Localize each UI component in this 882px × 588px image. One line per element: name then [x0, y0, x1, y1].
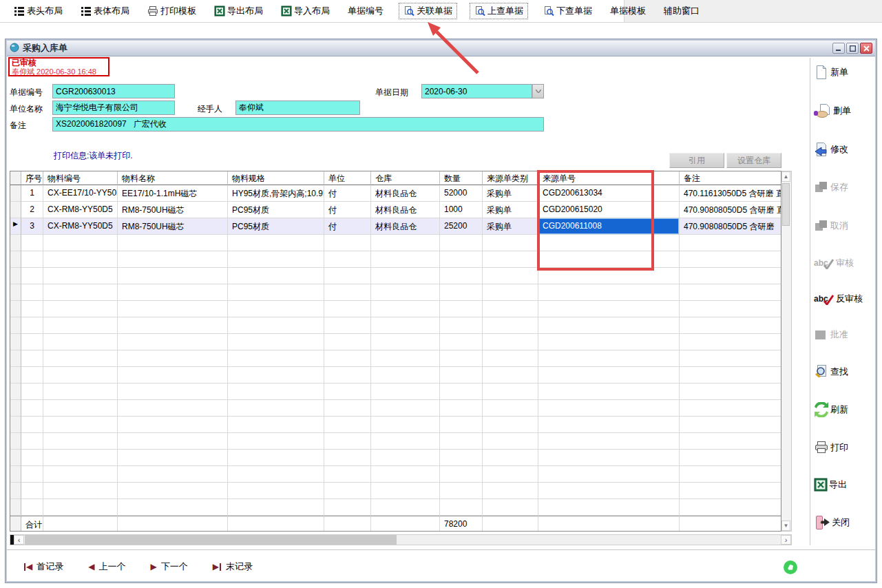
table-row-empty[interactable]: [10, 350, 781, 367]
toolbar-item-lookup-down[interactable]: 下查单据: [540, 3, 595, 19]
horizontal-scroll-thumb[interactable]: [25, 535, 397, 545]
table-cell[interactable]: [371, 301, 440, 317]
table-cell[interactable]: [43, 367, 118, 384]
scroll-left-icon[interactable]: ‹: [14, 535, 24, 545]
table-cell[interactable]: [228, 301, 324, 317]
window-titlebar[interactable]: 采购入库单: [7, 41, 875, 56]
table-cell[interactable]: [371, 235, 440, 251]
table-cell[interactable]: [118, 251, 228, 268]
table-cell[interactable]: [483, 466, 538, 483]
export-button[interactable]: 导出: [814, 478, 847, 492]
new-button[interactable]: 新单: [814, 65, 848, 80]
column-header[interactable]: 备注: [680, 171, 781, 185]
toolbar-item-export-layout[interactable]: 导出布局: [211, 3, 266, 19]
table-cell[interactable]: [21, 483, 43, 499]
table-cell[interactable]: [43, 384, 118, 400]
table-row-empty[interactable]: [10, 334, 781, 350]
scroll-up-icon[interactable]: ▲: [781, 171, 790, 182]
table-cell[interactable]: [538, 466, 680, 483]
find-button[interactable]: 查找: [814, 364, 848, 379]
close-button[interactable]: [860, 43, 872, 54]
toolbar-item-doc-number[interactable]: 单据编号: [345, 3, 386, 19]
table-cell[interactable]: 2: [21, 202, 43, 218]
nav-prev-record-button[interactable]: ◀上一个: [88, 560, 125, 573]
doc-date-dropdown-button[interactable]: [532, 84, 544, 98]
table-cell[interactable]: [324, 251, 371, 268]
table-cell[interactable]: [228, 350, 324, 367]
table-cell[interactable]: [538, 367, 680, 384]
table-cell[interactable]: [538, 235, 680, 251]
toolbar-item-body-layout[interactable]: 表体布局: [78, 3, 132, 19]
table-cell[interactable]: 付: [324, 185, 371, 202]
table-cell[interactable]: [43, 400, 118, 417]
table-cell[interactable]: [538, 384, 680, 400]
set-warehouse-button[interactable]: 设置仓库: [726, 153, 781, 168]
table-cell[interactable]: [680, 483, 781, 499]
table-cell[interactable]: [21, 251, 43, 268]
table-row-empty[interactable]: [10, 367, 781, 384]
table-cell[interactable]: [440, 417, 483, 433]
table-cell[interactable]: [21, 334, 43, 350]
table-cell[interactable]: [324, 450, 371, 466]
table-cell[interactable]: [680, 334, 781, 350]
table-cell[interactable]: [21, 499, 43, 516]
table-row-empty[interactable]: [10, 450, 781, 466]
table-cell[interactable]: [680, 350, 781, 367]
table-cell[interactable]: [440, 235, 483, 251]
table-cell[interactable]: [324, 400, 371, 417]
table-cell[interactable]: [483, 334, 538, 350]
table-cell[interactable]: [324, 301, 371, 317]
table-cell[interactable]: 材料良品仓: [371, 202, 440, 218]
table-cell[interactable]: [440, 317, 483, 334]
table-cell[interactable]: [538, 400, 680, 417]
table-cell[interactable]: 3: [21, 218, 43, 235]
table-row-empty[interactable]: [10, 384, 781, 400]
table-cell[interactable]: [324, 417, 371, 433]
table-cell[interactable]: [118, 367, 228, 384]
refresh-button[interactable]: 刷新: [814, 402, 848, 417]
table-cell[interactable]: [440, 268, 483, 284]
nav-first-record-button[interactable]: ◀首记录: [23, 560, 63, 573]
table-cell[interactable]: [440, 334, 483, 350]
delete-button[interactable]: 删单: [814, 103, 851, 118]
column-header[interactable]: 物料规格: [228, 171, 324, 185]
table-cell[interactable]: [43, 235, 118, 251]
column-header[interactable]: 来源单类别: [483, 171, 538, 185]
table-cell[interactable]: [118, 483, 228, 499]
table-cell[interactable]: [21, 301, 43, 317]
table-cell[interactable]: [440, 400, 483, 417]
toolbar-item-doc-template[interactable]: 单据模板: [607, 3, 649, 19]
doc-date-field[interactable]: [421, 84, 532, 98]
table-cell[interactable]: [43, 284, 118, 301]
table-cell[interactable]: [228, 251, 324, 268]
grid-horizontal-scrollbar[interactable]: ‹ ›: [10, 534, 792, 545]
table-cell[interactable]: [483, 499, 538, 516]
table-cell[interactable]: [118, 334, 228, 350]
table-cell[interactable]: [118, 317, 228, 334]
table-cell[interactable]: [228, 384, 324, 400]
table-cell[interactable]: [43, 350, 118, 367]
nav-last-record-button[interactable]: ▶末记录: [213, 560, 253, 573]
table-cell[interactable]: [440, 433, 483, 450]
table-cell[interactable]: 470.11613050D5 含研磨 直: [680, 185, 781, 202]
table-cell[interactable]: [371, 334, 440, 350]
column-header[interactable]: 仓库: [371, 171, 440, 185]
table-cell[interactable]: [228, 450, 324, 466]
table-row-empty[interactable]: [10, 268, 781, 284]
table-cell[interactable]: [680, 268, 781, 284]
toolbar-item-lookup-up[interactable]: 上查单据: [470, 3, 528, 19]
table-cell[interactable]: RM8-750UH磁芯: [118, 218, 228, 235]
table-cell[interactable]: CX-RM8-YY50D5: [43, 218, 118, 235]
table-row-empty[interactable]: [10, 483, 781, 499]
table-row[interactable]: 2CX-RM8-YY50D5RM8-750UH磁芯PC95材质付材料良品仓100…: [10, 202, 781, 218]
table-row-empty[interactable]: [10, 466, 781, 483]
table-cell[interactable]: [371, 499, 440, 516]
table-cell[interactable]: [118, 433, 228, 450]
table-cell[interactable]: [680, 499, 781, 516]
table-cell[interactable]: [118, 499, 228, 516]
table-cell[interactable]: [118, 301, 228, 317]
table-cell[interactable]: [43, 301, 118, 317]
nav-next-record-button[interactable]: ▶下一个: [150, 560, 187, 573]
scroll-right-icon[interactable]: ›: [781, 535, 791, 545]
table-cell[interactable]: CX-EE17/10-YY50D5: [43, 185, 118, 202]
